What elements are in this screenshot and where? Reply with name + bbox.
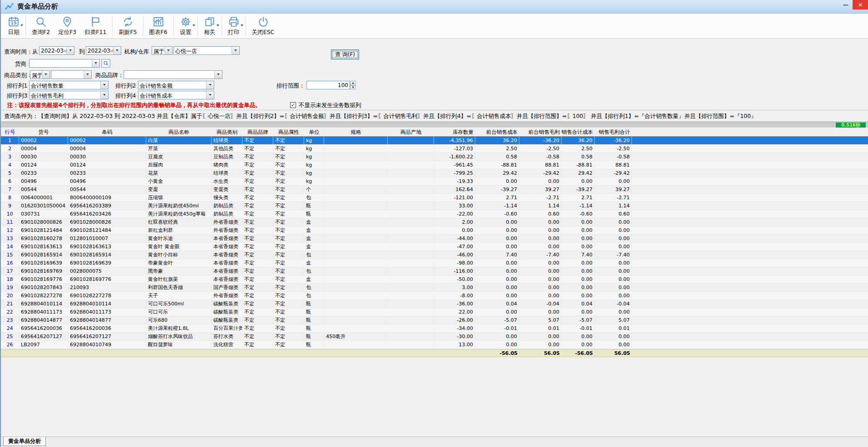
table-cell[interactable]: -0.01: [475, 324, 519, 332]
table-cell[interactable]: 黄金叶小目标: [146, 251, 212, 259]
table-cell[interactable]: 00496: [19, 177, 68, 185]
table-cell[interactable]: -30.00: [434, 333, 475, 340]
table-cell[interactable]: [388, 137, 434, 144]
combo-arrow-icon[interactable]: [100, 81, 108, 89]
table-cell[interactable]: -22.00: [434, 210, 475, 218]
table-cell[interactable]: 压缩馍: [146, 194, 212, 201]
table-cell[interactable]: 包: [304, 267, 324, 275]
table-cell[interactable]: 0.00: [595, 275, 632, 283]
dropdown-arrow-icon[interactable]: [241, 25, 243, 28]
table-cell[interactable]: 本省香烟类: [212, 259, 242, 267]
table-cell[interactable]: [324, 235, 388, 242]
table-cell[interactable]: 本省香烟类: [212, 267, 242, 275]
table-cell[interactable]: -0.01: [562, 324, 595, 332]
column-header[interactable]: 销售毛利合计: [595, 128, 632, 136]
table-row[interactable]: 136901028160278012801010007黄金叶乐途本省香烟类不定不…: [1, 235, 868, 243]
table-cell[interactable]: 不定: [273, 324, 304, 332]
table-row[interactable]: 10000200002白菜结球类不定不定kg-4,351.9636.20-36.…: [1, 137, 868, 145]
table-cell[interactable]: 不定: [273, 251, 304, 259]
table-cell[interactable]: 0.00: [519, 243, 562, 251]
table-cell[interactable]: 0.00: [562, 218, 595, 226]
table-cell[interactable]: [324, 316, 388, 324]
table-cell[interactable]: -1,600.22: [434, 153, 475, 161]
table-cell[interactable]: -121.00: [434, 194, 475, 201]
table-cell[interactable]: 不定: [273, 161, 304, 169]
table-cell[interactable]: [388, 202, 434, 210]
table-cell[interactable]: -0.60: [562, 210, 595, 218]
table-cell[interactable]: 36.20: [562, 137, 595, 144]
column-header[interactable]: 条码: [68, 128, 146, 136]
table-cell[interactable]: 不定: [273, 137, 304, 144]
table-cell[interactable]: 盒: [304, 226, 324, 234]
table-cell[interactable]: 不定: [273, 169, 304, 177]
table-cell[interactable]: 012801010007: [68, 235, 146, 242]
spin-up-button[interactable]: ▲: [350, 81, 356, 85]
table-cell[interactable]: 外省香烟类: [212, 226, 242, 234]
table-cell[interactable]: 0.60: [519, 210, 562, 218]
combo-arrow-icon[interactable]: [113, 47, 121, 54]
table-cell[interactable]: 6928804010114: [19, 300, 68, 308]
toolbar-button-settings[interactable]: 设置: [176, 14, 196, 38]
table-cell[interactable]: 烟酸苏打水风味饮品: [146, 333, 212, 340]
table-cell[interactable]: -0.60: [475, 210, 519, 218]
hide-empty-checkbox[interactable]: [290, 102, 296, 108]
column-header[interactable]: 规格: [324, 128, 388, 136]
combo-arrow-icon[interactable]: [66, 47, 74, 54]
table-cell[interactable]: 0.00: [562, 275, 595, 283]
table-cell[interactable]: 0.58: [562, 153, 595, 161]
table-cell[interactable]: 0.00: [562, 292, 595, 300]
toolbar-button-close[interactable]: 关闭ESC: [248, 14, 279, 38]
table-cell[interactable]: 6901028227278: [19, 292, 68, 300]
table-cell[interactable]: 88.81: [595, 161, 632, 169]
table-cell[interactable]: [388, 275, 434, 283]
table-cell[interactable]: 0.00: [562, 333, 595, 340]
table-cell[interactable]: 0.58: [475, 153, 519, 161]
table-cell[interactable]: 豆制品类: [212, 153, 242, 161]
table-cell[interactable]: 00233: [19, 169, 68, 177]
table-cell[interactable]: 0.00: [562, 308, 595, 316]
table-cell[interactable]: 利群国色天香烟: [146, 284, 212, 291]
table-cell[interactable]: 0.04: [475, 300, 519, 308]
table-cell[interactable]: 6901028163613: [68, 243, 146, 251]
table-cell[interactable]: 不定: [273, 226, 304, 234]
table-cell[interactable]: kg: [304, 177, 324, 185]
table-cell[interactable]: [324, 226, 388, 234]
table-cell[interactable]: 0.00: [519, 259, 562, 267]
table-cell[interactable]: 不定: [242, 341, 273, 349]
table-cell[interactable]: [388, 324, 434, 332]
table-cell[interactable]: 0.00: [475, 308, 519, 316]
table-cell[interactable]: 39.27: [519, 186, 562, 193]
table-cell[interactable]: 后腿肉: [146, 161, 212, 169]
table-cell[interactable]: -44.00: [434, 235, 475, 242]
table-cell[interactable]: [388, 267, 434, 275]
table-cell[interactable]: 0.00: [475, 218, 519, 226]
table-cell[interactable]: 不定: [242, 243, 273, 251]
table-cell[interactable]: 6: [1, 177, 19, 185]
table-cell[interactable]: -50.00: [434, 275, 475, 283]
table-cell[interactable]: [388, 218, 434, 226]
table-cell[interactable]: 黄金叶 黄金眼: [146, 243, 212, 251]
table-row[interactable]: 40012400124后腿肉猪肉类不定不定kg-961.45-88.8188.8…: [1, 161, 868, 169]
table-cell[interactable]: 不定: [273, 235, 304, 242]
table-cell[interactable]: 2.71: [475, 194, 519, 201]
table-row[interactable]: 2269288040111736928804011173可口可乐碳酸瓶装类不定不…: [1, 308, 868, 316]
table-cell[interactable]: 不定: [242, 194, 273, 201]
table-cell[interactable]: [388, 333, 434, 340]
table-cell[interactable]: [388, 284, 434, 291]
table-cell[interactable]: 5.07: [595, 316, 632, 324]
table-cell[interactable]: 26: [1, 341, 19, 349]
table-cell[interactable]: 花菜: [146, 169, 212, 177]
table-cell[interactable]: -7.40: [595, 251, 632, 259]
table-cell[interactable]: 0.00: [519, 341, 562, 349]
table-cell[interactable]: 6956416203389: [68, 202, 146, 210]
table-cell[interactable]: 0.00: [595, 226, 632, 234]
table-cell[interactable]: 6901028000826: [19, 218, 68, 226]
org-operator-combo[interactable]: 属于: [152, 46, 173, 55]
table-cell[interactable]: 030731: [19, 210, 68, 218]
table-cell[interactable]: 不定: [242, 177, 273, 185]
table-cell[interactable]: 0.00: [519, 267, 562, 275]
table-cell[interactable]: 6928804011173: [19, 308, 68, 316]
table-cell[interactable]: -2.71: [595, 194, 632, 201]
table-cell[interactable]: 6901028169639: [68, 259, 146, 267]
table-cell[interactable]: 包: [304, 292, 324, 300]
